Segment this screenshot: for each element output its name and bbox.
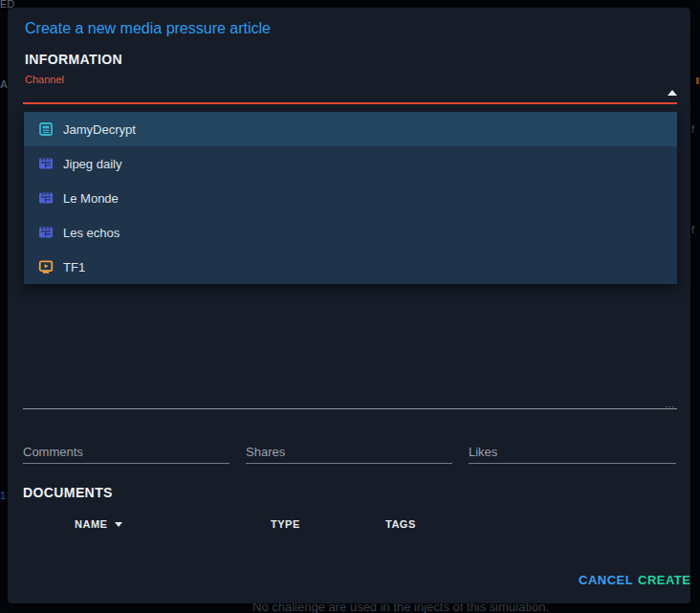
table-header-name[interactable]: NAME bbox=[75, 518, 122, 530]
likes-placeholder: Likes bbox=[469, 445, 497, 459]
tv-play-icon bbox=[38, 259, 54, 274]
background-color-fragment bbox=[696, 77, 699, 84]
channel-option-label: Jipeg daily bbox=[63, 157, 121, 171]
shares-input[interactable]: Shares bbox=[246, 438, 452, 464]
channel-dropdown: JamyDecrypt Jipeg daily bbox=[24, 112, 677, 284]
table-header-name-label: NAME bbox=[75, 518, 107, 530]
information-heading: INFORMATION bbox=[25, 52, 122, 67]
background-text-fragment: f bbox=[691, 224, 694, 235]
comments-placeholder: Comments bbox=[23, 445, 83, 459]
channel-select[interactable] bbox=[23, 82, 677, 104]
channel-option-jamydecrypt[interactable]: JamyDecrypt bbox=[24, 112, 677, 146]
sort-descending-icon bbox=[115, 522, 122, 527]
channel-option-jipeg-daily[interactable]: Jipeg daily bbox=[24, 146, 677, 181]
screen: ED AE 1 f f No challenge are used in the… bbox=[0, 0, 700, 613]
create-button[interactable]: CREATE bbox=[630, 567, 698, 593]
newspaper-icon bbox=[38, 156, 54, 171]
article-icon bbox=[38, 121, 54, 137]
create-article-dialog: Create a new media pressure article INFO… bbox=[8, 8, 690, 603]
channel-option-label: JamyDecrypt bbox=[63, 122, 136, 137]
channel-option-les-echos[interactable]: Les echos bbox=[24, 215, 677, 250]
resize-grip-icon[interactable]: ... bbox=[665, 402, 675, 407]
table-header-type[interactable]: TYPE bbox=[271, 518, 300, 530]
background-text-fragment: 1 bbox=[0, 490, 6, 501]
newspaper-icon bbox=[38, 190, 54, 206]
channel-option-tf1[interactable]: TF1 bbox=[24, 250, 677, 284]
channel-option-label: TF1 bbox=[63, 260, 85, 274]
shares-placeholder: Shares bbox=[246, 445, 285, 459]
documents-heading: DOCUMENTS bbox=[23, 485, 113, 500]
background-text-fragment: f bbox=[691, 123, 694, 135]
channel-option-label: Le Monde bbox=[63, 191, 119, 206]
table-header-tags[interactable]: TAGS bbox=[385, 518, 416, 530]
dialog-title: Create a new media pressure article bbox=[25, 20, 271, 37]
chevron-up-icon bbox=[667, 90, 677, 96]
article-content-textarea[interactable]: ... bbox=[23, 371, 677, 409]
newspaper-icon bbox=[38, 225, 54, 240]
channel-option-label: Les echos bbox=[63, 226, 120, 240]
comments-input[interactable]: Comments bbox=[23, 438, 230, 464]
channel-option-le-monde[interactable]: Le Monde bbox=[24, 181, 677, 215]
likes-input[interactable]: Likes bbox=[469, 438, 676, 464]
